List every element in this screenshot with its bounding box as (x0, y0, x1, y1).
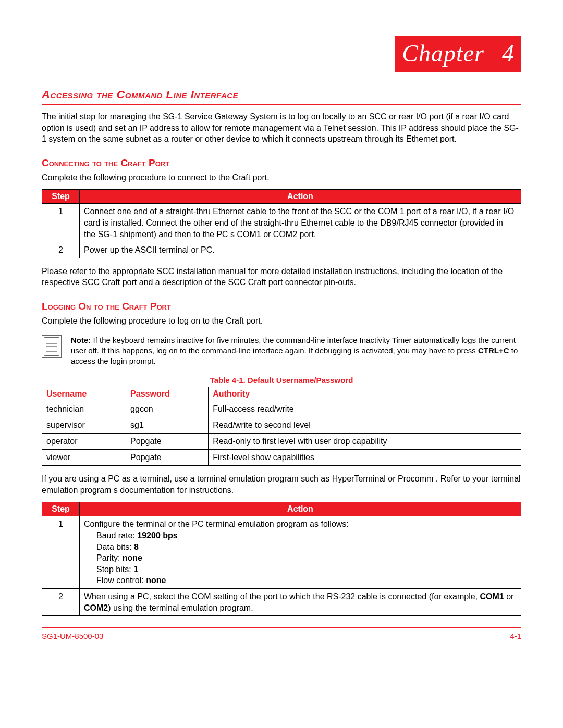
credentials-table: Username Password Authority technician g… (42, 387, 521, 466)
cred-table-caption: Table 4-1. Default Username/Password (42, 376, 521, 385)
step-action: When using a PC, select the COM setting … (80, 589, 521, 616)
r2-t2: or (504, 592, 514, 601)
note-text: Note: If the keyboard remains inactive f… (71, 335, 521, 367)
table-header-row: Step Action (42, 502, 521, 516)
connect-steps-table: Step Action 1 Connect one end of a strai… (42, 189, 521, 258)
chapter-banner: Chapter 4 (395, 36, 521, 72)
col-step: Step (42, 502, 80, 516)
cell-username: operator (42, 434, 126, 450)
flow-label: Flow control: (96, 576, 146, 585)
table-row: 2 When using a PC, select the COM settin… (42, 589, 521, 616)
section2-after-cred: If you are using a PC as a terminal, use… (42, 473, 521, 496)
r2-t1: When using a PC, select the COM setting … (84, 592, 480, 601)
r2-b1: COM1 (480, 592, 504, 601)
table-row: operator Popgate Read-only to first leve… (42, 434, 521, 450)
col-step: Step (42, 190, 80, 204)
col-password: Password (126, 387, 209, 401)
cell-authority: Read-only to first level with user drop … (209, 434, 521, 450)
chapter-word: Chapter (402, 40, 484, 67)
data-label: Data bits: (96, 542, 134, 551)
col-username: Username (42, 387, 126, 401)
col-authority: Authority (209, 387, 521, 401)
cfg-line: Configure the terminal or the PC termina… (84, 520, 349, 528)
section1-after: Please refer to the appropriate SCC inst… (42, 266, 521, 288)
table-row: 1 Configure the terminal or the PC termi… (42, 516, 521, 589)
table-row: technician ggcon Full-access read/write (42, 401, 521, 417)
step-number: 2 (42, 589, 80, 616)
parity-label: Parity: (96, 553, 123, 562)
intro-paragraph: The initial step for managing the SG-1 S… (42, 111, 521, 145)
r2-t3: ) using the terminal emulation program. (108, 603, 253, 612)
baud-value: 19200 bps (137, 531, 177, 540)
table-row: viewer Popgate First-level show capabili… (42, 450, 521, 466)
notepad-icon (42, 335, 62, 358)
section-heading-connecting: Connecting to the Craft Port (42, 157, 521, 169)
baud-label: Baud rate: (96, 531, 137, 540)
cell-password: Popgate (126, 434, 209, 450)
cell-password: sg1 (126, 417, 209, 434)
section1-lead: Complete the following procedure to conn… (42, 172, 521, 183)
note-bold: CTRL+C (478, 346, 509, 355)
table-header-row: Step Action (42, 190, 521, 204)
table-row: supervisor sg1 Read/write to second leve… (42, 417, 521, 434)
stop-label: Stop bits: (96, 565, 133, 574)
col-action: Action (80, 502, 521, 516)
note-block: Note: If the keyboard remains inactive f… (42, 335, 521, 367)
cell-password: ggcon (126, 401, 209, 417)
cell-authority: First-level show capabilities (209, 450, 521, 466)
footer-page-number: 4-1 (510, 632, 521, 640)
cell-username: viewer (42, 450, 126, 466)
note-t1: If the keyboard remains inactive for fiv… (71, 336, 516, 355)
section2-lead: Complete the following procedure to log … (42, 315, 521, 327)
cell-username: technician (42, 401, 126, 417)
stop-value: 1 (133, 565, 138, 574)
table-row: 1 Connect one end of a straight-thru Eth… (42, 204, 521, 242)
table-row: 2 Power up the ASCII terminal or PC. (42, 242, 521, 258)
chapter-number: 4 (502, 40, 514, 67)
r2-b2: COM2 (84, 603, 108, 612)
step-number: 1 (42, 204, 80, 242)
cell-password: Popgate (126, 450, 209, 466)
section-heading-logging: Logging On to the Craft Port (42, 301, 521, 312)
step-action: Configure the terminal or the PC termina… (80, 516, 521, 589)
parity-value: none (123, 553, 142, 562)
cell-authority: Full-access read/write (209, 401, 521, 417)
step-number: 2 (42, 242, 80, 258)
page-title: Accessing the Command Line Interface (42, 88, 521, 105)
col-action: Action (80, 190, 521, 204)
logon-steps-table: Step Action 1 Configure the terminal or … (42, 502, 521, 616)
footer-doc-id: SG1-UM-8500-03 (42, 632, 103, 640)
page-footer: SG1-UM-8500-03 4-1 (42, 627, 521, 640)
cell-username: supervisor (42, 417, 126, 434)
cell-authority: Read/write to second level (209, 417, 521, 434)
step-action: Power up the ASCII terminal or PC. (80, 242, 521, 258)
flow-value: none (146, 576, 166, 585)
data-value: 8 (134, 542, 139, 551)
step-number: 1 (42, 516, 80, 589)
table-header-row: Username Password Authority (42, 387, 521, 401)
note-label: Note: (71, 336, 91, 344)
step-action: Connect one end of a straight-thru Ether… (80, 204, 521, 242)
